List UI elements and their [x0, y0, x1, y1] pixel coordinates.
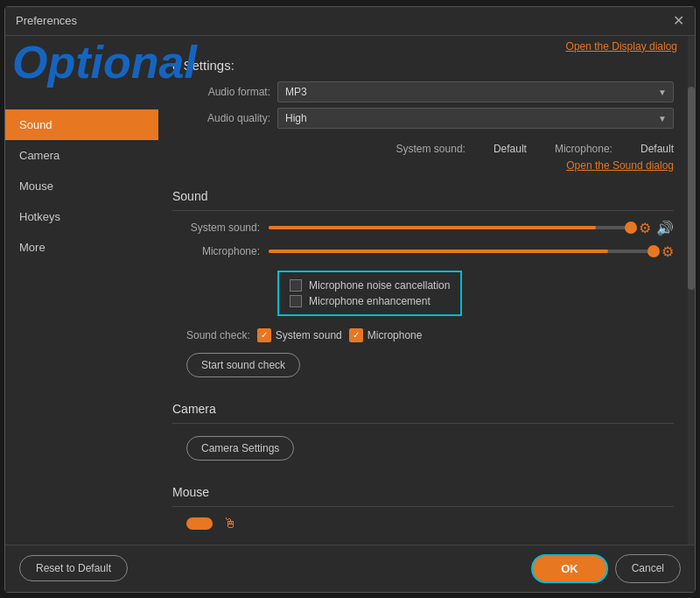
microphone-check-item: ✓ Microphone	[349, 328, 423, 342]
ok-button[interactable]: OK	[531, 554, 608, 583]
mouse-controls: 🖱	[172, 516, 674, 531]
scrollbar[interactable]	[688, 36, 695, 545]
audio-settings-title: o Settings:	[158, 56, 688, 78]
mouse-toggle[interactable]	[186, 517, 213, 530]
audio-format-select[interactable]: MP3	[277, 81, 674, 102]
noise-cancellation-row: Microphone noise cancellation	[290, 279, 450, 292]
microphone-slider-label: Microphone:	[172, 245, 269, 257]
dialog-title: Preferences	[16, 14, 77, 27]
sidebar-item-camera[interactable]: Camera	[5, 140, 158, 171]
system-sound-slider-row: System sound: ⚙ 🔊	[172, 220, 674, 236]
noise-cancellation-checkbox[interactable]	[290, 279, 302, 292]
audio-quality-label: Audio quality:	[172, 112, 277, 124]
enhancement-label: Microphone enhancement	[309, 295, 430, 307]
footer-right: OK Cancel	[531, 554, 681, 583]
system-sound-icons: ⚙ 🔊	[639, 220, 674, 236]
system-sound-check-label: System sound	[276, 329, 342, 341]
enhancement-row: Microphone enhancement	[290, 295, 450, 307]
microphone-fill	[269, 250, 608, 253]
info-row: System sound: Default Microphone: Defaul…	[158, 141, 688, 157]
footer: Reset to Default OK Cancel	[5, 545, 695, 592]
mouse-section-header: Mouse	[172, 485, 674, 507]
sidebar-item-mouse[interactable]: Mouse	[5, 171, 158, 201]
start-sound-check-button[interactable]: Start sound check	[186, 353, 300, 377]
microphone-thumb[interactable]	[648, 245, 660, 257]
system-sound-slider-label: System sound:	[172, 222, 269, 234]
sidebar: Optional Sound Camera Mouse Hotkeys More	[5, 36, 158, 545]
microphone-slider-row: Microphone: ⚙	[172, 243, 674, 260]
system-sound-fill	[269, 226, 596, 229]
camera-settings-button[interactable]: Camera Settings	[186, 436, 294, 461]
sidebar-item-more[interactable]: More	[5, 232, 158, 263]
microphone-info-label: Microphone:	[555, 143, 612, 155]
sound-check-label: Sound check:	[186, 329, 250, 341]
optional-overlay: Optional	[5, 36, 204, 88]
preferences-dialog: Preferences ✕ Optional Sound Camera Mous…	[4, 6, 696, 593]
audio-format-select-wrapper[interactable]: MP3	[277, 81, 674, 102]
microphone-gear-icon[interactable]: ⚙	[662, 243, 674, 260]
system-sound-info-value: Default	[494, 143, 527, 155]
microphone-check-label: Microphone	[368, 329, 423, 341]
system-sound-check-icon: ✓	[257, 328, 271, 342]
system-sound-check-item: ✓ System sound	[257, 328, 342, 342]
sound-section: Sound System sound: ⚙ 🔊	[172, 182, 674, 388]
audio-quality-select-wrapper[interactable]: High	[277, 108, 674, 129]
reset-to-default-button[interactable]: Reset to Default	[19, 555, 128, 581]
audio-settings: Audio format: MP3 Audio quality: High	[158, 78, 688, 141]
mouse-section: Mouse 🖱	[172, 478, 674, 538]
system-sound-gear-icon[interactable]: ⚙	[639, 220, 651, 236]
scrollbar-thumb	[688, 87, 695, 290]
cancel-button[interactable]: Cancel	[615, 554, 681, 583]
camera-section: Camera Camera Settings	[172, 395, 674, 471]
open-sound-dialog-link[interactable]: Open the Sound dialog	[566, 159, 674, 172]
close-button[interactable]: ✕	[673, 14, 684, 28]
sound-check-row: Sound check: ✓ System sound ✓ Microphone	[172, 328, 674, 342]
title-bar: Preferences ✕	[5, 7, 695, 36]
system-sound-thumb[interactable]	[625, 222, 637, 234]
camera-section-header: Camera	[172, 402, 674, 424]
microphone-check-icon: ✓	[349, 328, 363, 342]
top-link-bar: Open the Display dialog	[158, 36, 688, 56]
audio-quality-row: Audio quality: High	[172, 108, 674, 129]
system-sound-speaker-icon[interactable]: 🔊	[656, 220, 674, 236]
audio-quality-select[interactable]: High	[277, 108, 674, 129]
sound-section-header: Sound	[172, 189, 674, 211]
microphone-info-value: Default	[640, 143, 674, 155]
system-sound-track[interactable]	[269, 226, 632, 229]
mouse-icon: 🖱	[223, 516, 237, 531]
audio-format-row: Audio format: MP3	[172, 81, 674, 102]
noise-cancellation-label: Microphone noise cancellation	[309, 279, 450, 292]
sidebar-item-sound[interactable]: Sound	[5, 109, 158, 140]
main-content: Open the Display dialog o Settings: Audi…	[158, 36, 688, 545]
sidebar-item-hotkeys[interactable]: Hotkeys	[5, 201, 158, 232]
enhancement-checkbox[interactable]	[290, 295, 302, 307]
microphone-icons: ⚙	[662, 243, 674, 260]
system-sound-info-label: System sound:	[396, 143, 466, 155]
microphone-track[interactable]	[269, 250, 654, 253]
microphone-options-group: Microphone noise cancellation Microphone…	[277, 271, 462, 316]
body-area: Optional Sound Camera Mouse Hotkeys More…	[5, 36, 695, 545]
open-sound-dialog-bar: Open the Sound dialog	[158, 157, 688, 175]
open-display-dialog-link[interactable]: Open the Display dialog	[566, 40, 677, 53]
